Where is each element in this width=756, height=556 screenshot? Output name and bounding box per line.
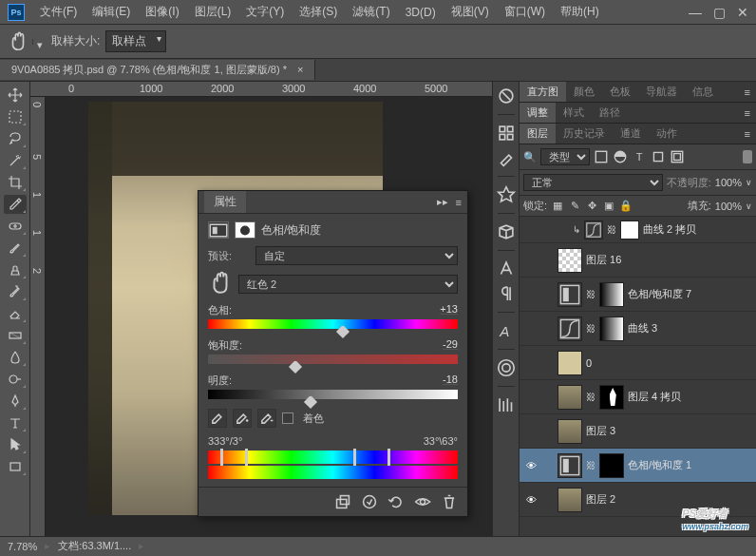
dock-swatches-icon[interactable]	[496, 123, 517, 144]
colorize-checkbox[interactable]	[282, 412, 293, 424]
eyedropper-add-icon[interactable]	[233, 409, 252, 428]
hue-range-strip-bottom[interactable]	[208, 466, 458, 479]
dodge-tool[interactable]	[4, 370, 27, 389]
panel-flyout-icon[interactable]: ≡	[739, 107, 756, 119]
layer-row[interactable]: 0	[520, 346, 756, 380]
mask-thumb[interactable]	[599, 385, 624, 410]
marquee-tool[interactable]	[4, 107, 27, 126]
layer-thumb[interactable]	[558, 248, 582, 273]
ruler-horizontal[interactable]: 010002000300040005000	[30, 82, 492, 97]
filter-type-icon[interactable]: T	[632, 149, 647, 164]
menu-help[interactable]: 帮助(H)	[553, 4, 607, 20]
dock-libraries-icon[interactable]	[496, 357, 517, 378]
panel-flyout-icon[interactable]: ≡	[739, 86, 756, 98]
opacity-value[interactable]: 100%	[715, 177, 742, 188]
layer-thumb[interactable]	[558, 351, 582, 375]
tab-paths[interactable]: 路径	[592, 103, 628, 123]
preset-select[interactable]: 自定	[255, 246, 458, 265]
tab-swatches[interactable]: 色板	[602, 82, 638, 102]
mask-thumb[interactable]	[620, 220, 639, 240]
layer-thumb[interactable]	[558, 419, 582, 444]
view-previous-icon[interactable]	[361, 493, 378, 510]
targeted-adjust-icon[interactable]	[208, 271, 233, 297]
minimize-button[interactable]: ―	[689, 5, 702, 20]
visibility-toggle[interactable]	[523, 253, 539, 268]
sample-size-select[interactable]: 取样点	[105, 30, 166, 52]
lasso-tool[interactable]	[4, 129, 27, 148]
close-button[interactable]: ✕	[737, 5, 748, 20]
clone-stamp-tool[interactable]	[4, 260, 27, 279]
menu-type[interactable]: 文字(Y)	[238, 4, 292, 20]
eraser-tool[interactable]	[4, 304, 27, 323]
menu-edit[interactable]: 编辑(E)	[85, 4, 138, 20]
history-brush-tool[interactable]	[4, 282, 27, 301]
zoom-level[interactable]: 7.78%	[8, 541, 37, 552]
saturation-slider[interactable]	[208, 355, 458, 364]
visibility-toggle[interactable]	[523, 458, 539, 473]
crop-tool[interactable]	[4, 173, 27, 192]
dock-paragraph-icon[interactable]	[496, 283, 517, 304]
layer-row[interactable]: ⛓色相/饱和度 7	[520, 278, 756, 312]
tab-styles[interactable]: 样式	[556, 103, 592, 123]
tab-info[interactable]: 信息	[685, 82, 721, 102]
pen-tool[interactable]	[4, 392, 27, 411]
layer-name[interactable]: 0	[586, 357, 592, 369]
link-icon[interactable]: ⛓	[586, 392, 595, 402]
dock-glyph-icon[interactable]: A	[496, 320, 517, 341]
link-icon[interactable]: ⛓	[586, 460, 595, 470]
layer-row[interactable]: ↳⛓曲线 2 拷贝	[520, 217, 756, 243]
layer-name[interactable]: 图层 2	[586, 492, 615, 507]
layer-row[interactable]: 图层 16	[520, 243, 756, 278]
layer-row[interactable]: ⛓色相/饱和度 1	[520, 449, 756, 483]
dock-brushes-icon[interactable]	[496, 394, 517, 415]
lightness-value[interactable]: -18	[443, 374, 458, 388]
lock-trans-icon[interactable]: ▦	[551, 200, 564, 213]
menu-view[interactable]: 视图(V)	[444, 4, 497, 20]
menu-select[interactable]: 选择(S)	[292, 4, 345, 20]
mask-icon[interactable]	[235, 221, 255, 239]
filter-shape-icon[interactable]	[651, 149, 666, 164]
reset-icon[interactable]	[387, 493, 405, 510]
eyedropper-set-icon[interactable]	[208, 409, 227, 428]
link-icon[interactable]: ⛓	[607, 224, 616, 235]
dock-color-icon[interactable]	[496, 86, 517, 106]
tab-color[interactable]: 颜色	[566, 82, 602, 102]
visibility-toggle[interactable]	[523, 287, 539, 302]
menu-3d[interactable]: 3D(D)	[398, 6, 444, 19]
healing-brush-tool[interactable]	[4, 217, 27, 236]
maximize-button[interactable]: ▢	[713, 5, 726, 20]
move-tool[interactable]	[4, 86, 27, 105]
current-tool-icon[interactable]	[8, 31, 28, 52]
document-tab-close-icon[interactable]: ×	[297, 64, 303, 75]
eyedropper-subtract-icon[interactable]	[257, 409, 276, 428]
filter-smart-icon[interactable]	[670, 149, 685, 164]
properties-header[interactable]: 属性 ▸▸ ≡	[198, 191, 467, 214]
layer-row[interactable]: 图层 3	[520, 414, 756, 449]
layer-thumb[interactable]	[558, 488, 582, 512]
tab-navigator[interactable]: 导航器	[638, 82, 685, 102]
tab-actions[interactable]: 动作	[649, 124, 685, 144]
filter-adjust-icon[interactable]	[613, 149, 628, 164]
doc-info[interactable]: 文档:63.3M/1....	[58, 539, 131, 553]
panel-menu-icon[interactable]: ≡	[456, 197, 462, 208]
clip-to-layer-icon[interactable]	[334, 493, 351, 510]
layer-filter-type-select[interactable]: 类型	[540, 148, 590, 165]
delete-adjustment-icon[interactable]	[441, 493, 458, 510]
dock-brush-preset-icon[interactable]	[496, 147, 517, 168]
lock-paint-icon[interactable]: ✎	[568, 200, 581, 213]
layer-row[interactable]: ⛓曲线 3	[520, 312, 756, 346]
brush-tool[interactable]	[4, 239, 27, 258]
gradient-tool[interactable]	[4, 326, 27, 345]
layer-name[interactable]: 图层 4 拷贝	[628, 390, 681, 404]
tab-channels[interactable]: 通道	[613, 124, 649, 144]
visibility-toggle[interactable]	[523, 390, 539, 405]
visibility-toggle[interactable]	[523, 355, 539, 371]
visibility-toggle[interactable]	[523, 424, 539, 439]
tab-histogram[interactable]: 直方图	[520, 82, 566, 102]
filter-toggle[interactable]	[743, 150, 752, 163]
mask-thumb[interactable]	[599, 316, 624, 341]
hue-range-strip-top[interactable]	[208, 451, 458, 464]
visibility-toggle[interactable]	[523, 222, 539, 238]
menu-filter[interactable]: 滤镜(T)	[345, 4, 397, 20]
layer-name[interactable]: 色相/饱和度 7	[628, 287, 691, 301]
